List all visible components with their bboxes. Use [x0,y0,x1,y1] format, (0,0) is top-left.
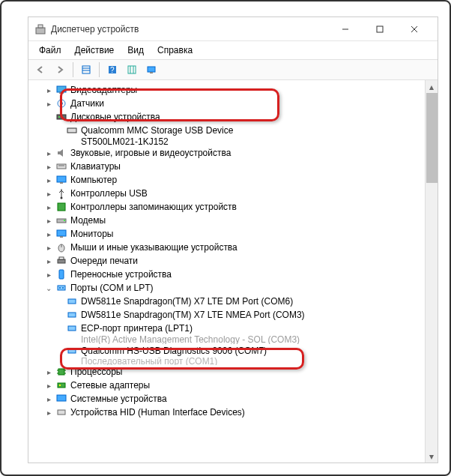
node-label: Очереди печати [70,256,138,266]
tree-node-display-adapters[interactable]: ▸ Видеоадаптеры [30,83,423,97]
vertical-scrollbar[interactable]: ▴ ▾ [425,80,438,463]
tree-node-monitors[interactable]: ▸ Мониторы [30,227,423,241]
menu-file[interactable]: Файл [33,43,67,58]
svg-rect-16 [57,86,66,92]
help-button[interactable]: ? [103,61,121,78]
expander-icon[interactable]: ▸ [43,215,54,226]
svg-rect-37 [59,270,64,279]
tree-node-modems[interactable]: ▸ Модемы [30,214,423,227]
svg-point-39 [59,287,61,289]
expander-icon[interactable]: ▸ [43,85,54,95]
expander-icon[interactable] [43,112,54,122]
tree-node-print-queues[interactable]: ▸ Очереди печати [30,254,423,268]
tree-node-usb-controllers[interactable]: ▸ Контроллеры USB [30,187,423,200]
expander-icon[interactable]: ▸ [43,229,54,239]
tree-node-port-nmea[interactable]: DW5811e Snapdragon(TM) X7 LTE NMEA Port … [30,308,423,322]
tree-node-mice[interactable]: ▸ Мыши и иные указывающие устройства [30,241,423,254]
maximize-button[interactable] [363,17,397,41]
node-label: Видеоадаптеры [70,85,137,95]
portable-device-icon [55,268,67,280]
tree-node-hid[interactable]: ▸ Устройства HID (Human Interface Device… [30,406,423,419]
tree-node-system-devices[interactable]: ▸ Системные устройства [30,392,423,406]
svg-rect-20 [57,115,66,119]
node-label: Контроллеры запоминающих устройств [70,202,237,212]
close-button[interactable] [397,17,432,41]
forward-button[interactable] [51,61,69,78]
disk-icon [55,111,67,123]
tree-node-sensors[interactable]: ▸ Датчики [30,97,423,110]
tree-node-disk-drives[interactable]: Дисковые устройства [30,110,423,124]
expander-icon[interactable]: ▸ [43,380,54,391]
tree-node-port-qualcomm[interactable]: Qualcomm HS-USB Diagnostics 9006 (COM7) [30,344,423,358]
expander-icon[interactable]: ▸ [43,367,54,377]
svg-rect-51 [59,385,61,386]
port-icon [66,322,78,334]
system-device-icon [55,393,67,405]
tree-node-storage-controllers[interactable]: ▸ Контроллеры запоминающих устройств [30,200,423,214]
expander-icon[interactable]: ▸ [43,242,54,253]
svg-point-19 [60,102,63,105]
svg-rect-41 [68,299,76,304]
svg-rect-11 [128,66,136,73]
tree-node-portable[interactable]: ▸ Переносные устройства [30,268,423,281]
menu-action[interactable]: Действие [69,43,121,58]
menu-help[interactable]: Справка [151,43,199,58]
tree-node-sound[interactable]: ▸ Звуковые, игровые и видеоустройства [30,146,423,160]
detail-view-button[interactable] [77,61,95,78]
svg-rect-50 [58,383,65,388]
tree-node-ports[interactable]: ⌄ Порты (COM и LPT) [30,281,423,295]
tree-node-port-ecp[interactable]: ECP-порт принтера (LPT1) [30,322,423,335]
expander-icon[interactable]: ▸ [43,175,54,185]
expander-icon[interactable]: ▸ [43,269,54,280]
scroll-thumb[interactable] [426,93,438,183]
menu-view[interactable]: Вид [121,43,150,58]
tree-node-port-serial[interactable]: Последовательный порт (COM1) [30,358,423,365]
modem-icon [55,214,67,226]
port-icon [66,309,78,321]
expander-icon[interactable]: ⌄ [43,283,54,293]
expander-icon[interactable]: ▸ [43,161,54,172]
back-button[interactable] [31,61,49,78]
scroll-down-arrow[interactable]: ▾ [426,450,438,463]
tree-node-port-intel[interactable]: Intel(R) Active Management Technology - … [30,335,423,344]
svg-rect-28 [58,203,65,211]
svg-rect-52 [57,395,66,401]
toolbar: ? [28,59,438,80]
titlebar: Диспетчер устройств [28,17,438,41]
printer-icon [55,255,67,267]
device-manager-window: Диспетчер устройств Файл Действие Вид Сп… [28,16,438,463]
expander-icon[interactable]: ▸ [43,148,54,158]
expander-icon[interactable]: ▸ [43,407,54,418]
disk-icon [66,137,78,146]
node-label: Компьютер [70,175,117,185]
svg-rect-0 [36,28,45,34]
expander-icon[interactable]: ▸ [43,188,54,199]
minimize-button[interactable] [328,17,363,41]
expander-icon[interactable]: ▸ [43,256,54,266]
tree-node-port-dm[interactable]: DW5811e Snapdragon(TM) X7 LTE DM Port (C… [30,295,423,308]
tree-node-computer[interactable]: ▸ Компьютер [30,173,423,187]
svg-rect-43 [68,326,76,331]
expander-icon[interactable]: ▸ [43,394,54,404]
svg-text:?: ? [110,66,115,74]
tree-node-keyboards[interactable]: ▸ Клавиатуры [30,160,423,173]
svg-rect-3 [377,26,383,32]
computer-icon-button[interactable] [142,61,160,78]
node-label: Порты (COM и LPT) [70,283,154,293]
tree-node-disk-st500[interactable]: ST500LM021-1KJ152 [30,137,423,146]
port-icon [66,358,78,365]
tree-node-net-adapters[interactable]: ▸ Сетевые адаптеры [30,379,423,392]
expander-icon[interactable]: ▸ [43,202,54,212]
display-adapter-icon [55,84,67,96]
scan-button[interactable] [123,61,141,78]
scroll-up-arrow[interactable]: ▴ [426,80,438,93]
tree-node-processors[interactable]: ▸ Процессоры [30,365,423,379]
svg-rect-25 [57,176,66,182]
node-label: ST500LM021-1KJ152 [81,137,169,146]
expander-icon[interactable]: ▸ [43,98,54,109]
svg-rect-36 [59,257,64,259]
device-tree[interactable]: ▸ Видеоадаптеры ▸ Датчики Дисковые устро… [28,83,438,419]
svg-rect-17 [59,92,64,94]
svg-rect-14 [148,67,155,72]
tree-node-qualcomm-mmc[interactable]: Qualcomm MMC Storage USB Device [30,124,423,137]
